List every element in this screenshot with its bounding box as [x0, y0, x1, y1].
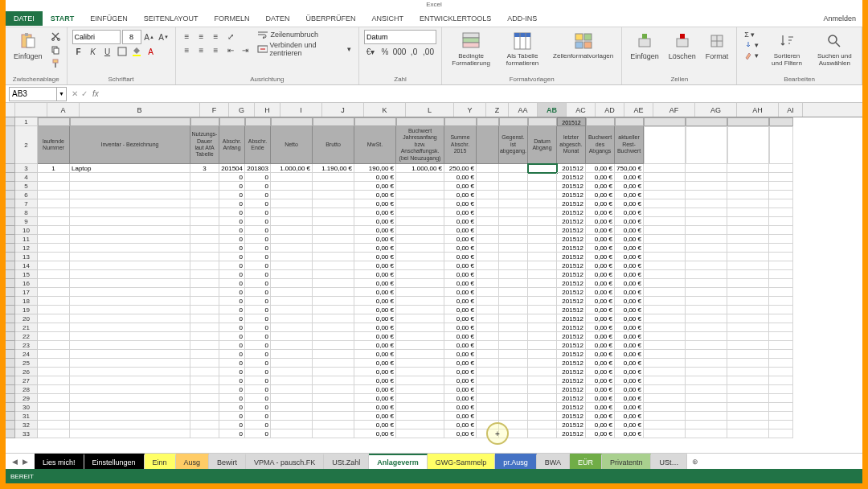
- cell-26-A[interactable]: [38, 368, 70, 376]
- cell-30-G[interactable]: 0: [219, 403, 245, 412]
- cell-33-AA[interactable]: [499, 429, 528, 438]
- cell-11-AD[interactable]: 0,00 €: [586, 235, 615, 244]
- font-name-select[interactable]: [72, 30, 121, 44]
- cell-31-AA[interactable]: [499, 412, 528, 421]
- cell-10-H[interactable]: 0: [245, 226, 271, 235]
- cell-3-H[interactable]: 201803: [245, 164, 271, 173]
- cell-8-B[interactable]: [70, 208, 190, 217]
- cell-21-Z[interactable]: [477, 323, 499, 332]
- cell-29-I[interactable]: [271, 394, 313, 403]
- cell-7-K[interactable]: 0,00 €: [354, 199, 396, 208]
- cell-9-AA[interactable]: [499, 217, 528, 226]
- cell-26-B[interactable]: [70, 368, 190, 376]
- cell-31-Z[interactable]: [477, 412, 499, 421]
- cell-11-AC[interactable]: 201512: [557, 235, 586, 244]
- cell-27-L[interactable]: [396, 376, 444, 385]
- header-cell-A[interactable]: laufende Nummer: [38, 126, 70, 164]
- cell-27-AE[interactable]: 0,00 €: [615, 376, 644, 385]
- cell-5-AG[interactable]: [686, 182, 727, 191]
- cell-15-F[interactable]: [190, 270, 219, 279]
- col-header-Z[interactable]: Z: [486, 103, 509, 117]
- cell-4-G[interactable]: 0: [219, 173, 245, 182]
- cell-7-AF[interactable]: [644, 199, 686, 208]
- cell-15-AB[interactable]: [528, 270, 557, 279]
- inc-decimal-button[interactable]: ,0: [407, 45, 420, 58]
- cell-24-AF[interactable]: [644, 350, 686, 359]
- cell-15-J[interactable]: [313, 270, 354, 279]
- cell-26-AG[interactable]: [686, 368, 727, 376]
- cell-15-I[interactable]: [271, 270, 313, 279]
- cell-24-G[interactable]: 0: [219, 350, 245, 359]
- cell-8-L[interactable]: [396, 208, 444, 217]
- cell-16-AI[interactable]: [769, 279, 793, 288]
- cell-31-AG[interactable]: [686, 412, 727, 421]
- cell-20-AF[interactable]: [644, 314, 686, 323]
- cell-14-AI[interactable]: [769, 261, 793, 270]
- cell-10-Y[interactable]: 0,00 €: [444, 226, 477, 235]
- cell-23-B[interactable]: [70, 341, 190, 350]
- cell-17-AA[interactable]: [499, 288, 528, 297]
- cell-33-AF[interactable]: [644, 429, 686, 438]
- cell-6-AB[interactable]: [528, 191, 557, 199]
- row-header-17[interactable]: 17: [15, 288, 38, 297]
- cell-33-A[interactable]: [38, 429, 70, 438]
- cell-18-Z[interactable]: [477, 297, 499, 306]
- cell-14-B[interactable]: [70, 261, 190, 270]
- cell-15-B[interactable]: [70, 270, 190, 279]
- cell-28-AB[interactable]: [528, 385, 557, 394]
- cell-10-F[interactable]: [190, 226, 219, 235]
- cell-25-L[interactable]: [396, 359, 444, 368]
- percent-button[interactable]: %: [379, 45, 391, 58]
- cell-26-I[interactable]: [271, 368, 313, 376]
- sheet-tab-vpma---pausch-fk[interactable]: VPMA - pausch.FK: [246, 454, 324, 469]
- header-cell-AE[interactable]: aktueller Rest-Buchwert: [615, 126, 644, 164]
- sort-filter-button[interactable]: Sortieren und Filtern: [764, 30, 809, 68]
- cell-23-K[interactable]: 0,00 €: [354, 341, 396, 350]
- cell-32-AB[interactable]: [528, 421, 557, 429]
- cell-7-AB[interactable]: [528, 199, 557, 208]
- cell-30-AG[interactable]: [686, 403, 727, 412]
- cell-30-I[interactable]: [271, 403, 313, 412]
- cell-19-Z[interactable]: [477, 306, 499, 314]
- cell-22-B[interactable]: [70, 332, 190, 341]
- cell-25-AD[interactable]: 0,00 €: [586, 359, 615, 368]
- cell-16-Y[interactable]: 0,00 €: [444, 279, 477, 288]
- cell-24-K[interactable]: 0,00 €: [354, 350, 396, 359]
- cell-6-AH[interactable]: [727, 191, 769, 199]
- cell-10-AF[interactable]: [644, 226, 686, 235]
- cell-3-AB[interactable]: [528, 164, 557, 173]
- cell-14-AD[interactable]: 0,00 €: [586, 261, 615, 270]
- cell-26-J[interactable]: [313, 368, 354, 376]
- cell-6-F[interactable]: [190, 191, 219, 199]
- cell-32-F[interactable]: [190, 421, 219, 429]
- cell-8-K[interactable]: 0,00 €: [354, 208, 396, 217]
- cell-3-G[interactable]: 201504: [219, 164, 245, 173]
- cell-16-AF[interactable]: [644, 279, 686, 288]
- cell-22-I[interactable]: [271, 332, 313, 341]
- row-header-31[interactable]: 31: [15, 412, 38, 421]
- cell-16-J[interactable]: [313, 279, 354, 288]
- cell-7-A[interactable]: [38, 199, 70, 208]
- cell-27-Z[interactable]: [477, 376, 499, 385]
- cell-17-Y[interactable]: 0,00 €: [444, 288, 477, 297]
- cell-14-AB[interactable]: [528, 261, 557, 270]
- cell-19-J[interactable]: [313, 306, 354, 314]
- cell-24-I[interactable]: [271, 350, 313, 359]
- cell-26-L[interactable]: [396, 368, 444, 376]
- cell-5-Y[interactable]: 0,00 €: [444, 182, 477, 191]
- cell-10-AC[interactable]: 201512: [557, 226, 586, 235]
- cell-12-F[interactable]: [190, 244, 219, 253]
- col-header-Y[interactable]: Y: [454, 103, 486, 117]
- cell-29-B[interactable]: [70, 394, 190, 403]
- cell-33-Y[interactable]: 0,00 €: [444, 429, 477, 438]
- cell-9-L[interactable]: [396, 217, 444, 226]
- cell-11-H[interactable]: 0: [245, 235, 271, 244]
- cell-14-Y[interactable]: 0,00 €: [444, 261, 477, 270]
- cell-30-L[interactable]: [396, 403, 444, 412]
- cell-5-AI[interactable]: [769, 182, 793, 191]
- cell-12-AE[interactable]: 0,00 €: [615, 244, 644, 253]
- name-box-dropdown[interactable]: ▼: [57, 87, 67, 101]
- cell-14-AC[interactable]: 201512: [557, 261, 586, 270]
- cell-29-F[interactable]: [190, 394, 219, 403]
- col-header-K[interactable]: K: [364, 103, 406, 117]
